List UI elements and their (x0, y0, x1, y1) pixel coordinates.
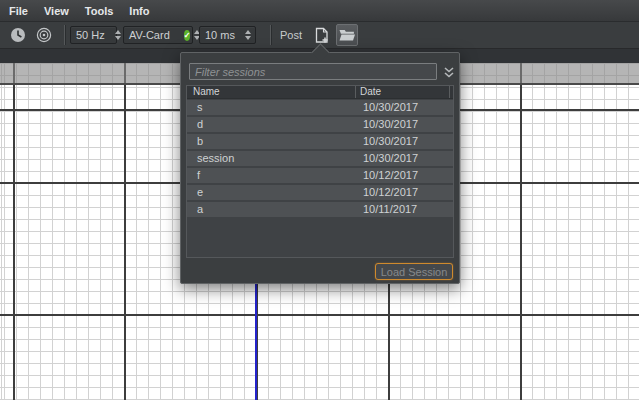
open-folder-icon (338, 27, 356, 43)
menu-bar: File View Tools Info (0, 0, 639, 22)
session-name-cell: session (187, 151, 363, 166)
session-date-cell: 10/12/2017 (363, 168, 453, 183)
menu-info[interactable]: Info (121, 0, 157, 22)
table-row[interactable]: session 10/30/2017 (187, 151, 453, 166)
session-date-cell: 10/11/2017 (363, 202, 453, 217)
menu-tools[interactable]: Tools (77, 0, 122, 22)
sample-rate-value: 50 Hz (76, 29, 105, 41)
card-value: AV-Card (129, 29, 170, 41)
toolbar-divider (64, 25, 65, 45)
open-session-button[interactable] (336, 24, 358, 46)
table-row[interactable]: s 10/30/2017 (187, 100, 453, 115)
table-row[interactable]: f 10/12/2017 (187, 168, 453, 183)
spinner-arrows-icon[interactable] (245, 30, 251, 40)
column-header-date[interactable]: Date (355, 86, 449, 98)
app-window: { "menu": { "items": [ {"label": "File"}… (0, 0, 639, 400)
window-size-dropdown[interactable]: 10 ms (199, 26, 256, 44)
sample-rate-dropdown[interactable]: 50 Hz (70, 26, 117, 44)
session-date-cell: 10/30/2017 (363, 151, 453, 166)
session-table: Name Date s 10/30/2017 d 10/30/2017 b 10… (186, 85, 454, 258)
load-session-button[interactable]: Load Session (375, 263, 453, 280)
session-name-cell: d (187, 117, 363, 132)
session-name-cell: f (187, 168, 363, 183)
new-file-icon (312, 26, 331, 45)
session-date-cell: 10/30/2017 (363, 100, 453, 115)
filter-sessions-input[interactable] (189, 63, 437, 80)
session-date-cell: 10/30/2017 (363, 117, 453, 132)
toolbar-divider (270, 25, 271, 45)
column-header-stub (449, 86, 453, 98)
clock-button[interactable] (7, 24, 29, 46)
session-name-cell: e (187, 185, 363, 200)
session-table-header: Name Date (187, 86, 453, 99)
table-row[interactable]: a 10/11/2017 (187, 202, 453, 217)
double-chevron-down-icon (443, 66, 455, 79)
session-name-cell: s (187, 100, 363, 115)
session-date-cell: 10/12/2017 (363, 185, 453, 200)
load-session-popup: Name Date s 10/30/2017 d 10/30/2017 b 10… (180, 52, 460, 284)
table-row[interactable]: d 10/30/2017 (187, 117, 453, 132)
menu-file[interactable]: File (9, 0, 36, 22)
table-row[interactable]: e 10/12/2017 (187, 185, 453, 200)
spinner-arrows-icon[interactable] (115, 30, 121, 40)
session-date-cell: 10/30/2017 (363, 134, 453, 149)
session-name-cell: b (187, 134, 363, 149)
card-dropdown[interactable]: AV-Card ✓ (123, 26, 193, 44)
target-icon (35, 26, 53, 44)
green-check-icon: ✓ (184, 30, 191, 41)
menu-view[interactable]: View (36, 0, 77, 22)
session-name-cell: a (187, 202, 363, 217)
post-label: Post (280, 29, 302, 41)
column-header-name[interactable]: Name (187, 86, 355, 98)
table-row[interactable]: b 10/30/2017 (187, 134, 453, 149)
new-session-button[interactable] (310, 24, 332, 46)
session-table-body: s 10/30/2017 d 10/30/2017 b 10/30/2017 s… (187, 99, 453, 217)
window-size-value: 10 ms (205, 29, 235, 41)
filter-expand-button[interactable] (442, 65, 456, 79)
record-target-button[interactable] (33, 24, 55, 46)
clock-icon (9, 26, 27, 44)
